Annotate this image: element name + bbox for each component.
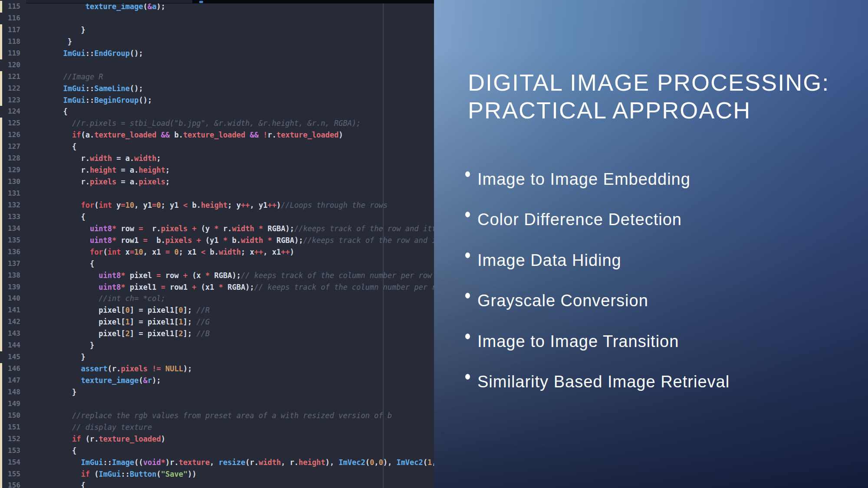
code-text: pixel[1] = pixel1[1]; //G <box>24 316 210 328</box>
code-text: ImGui::EndGroup(); <box>24 48 143 59</box>
code-text <box>24 13 54 24</box>
code-line-118[interactable]: 118 } <box>0 36 434 48</box>
line-number: 149 <box>2 398 24 410</box>
bullet-text: Image Data Hiding <box>477 251 621 269</box>
line-number: 127 <box>2 141 24 153</box>
code-line-149[interactable]: 149 <box>0 398 434 410</box>
bullet-icon <box>465 334 470 339</box>
code-line-142[interactable]: 142 pixel[1] = pixel1[1]; //G <box>0 316 434 328</box>
line-number: 148 <box>2 386 24 398</box>
code-line-119[interactable]: 119 ImGui::EndGroup(); <box>0 48 434 59</box>
code-text: //r.pixels = stbi_Load("b.jpg", &r.width… <box>24 118 361 129</box>
code-text: { <box>24 258 94 270</box>
code-line-116[interactable]: 116 <box>0 13 434 24</box>
code-line-152[interactable]: 152 if (r.texture_loaded) <box>0 433 434 445</box>
line-number: 119 <box>2 48 24 59</box>
line-number: 125 <box>2 118 24 129</box>
code-text: if (r.texture_loaded) <box>24 433 165 445</box>
code-line-151[interactable]: 151 // display texture <box>0 422 434 433</box>
line-number: 137 <box>2 258 24 270</box>
line-number: 131 <box>2 188 24 200</box>
code-text: } <box>24 24 85 36</box>
screen: 115 texture_image(&a);116117 }118 }119 I… <box>0 0 868 488</box>
code-line-145[interactable]: 145 } <box>0 351 434 363</box>
code-line-156[interactable]: 156 { <box>0 480 434 488</box>
bullet-item: Image to Image Transition <box>465 331 730 372</box>
line-number: 156 <box>2 480 24 488</box>
line-number: 117 <box>2 24 24 36</box>
code-text: uint8* pixel1 = row1 + (x1 * RGBA);// ke… <box>24 282 434 293</box>
code-line-133[interactable]: 133 { <box>0 211 434 223</box>
bullet-item: Similarity Based Image Retrieval <box>465 372 730 412</box>
line-number: 142 <box>2 316 24 328</box>
code-line-122[interactable]: 122 ImGui::SameLine(); <box>0 83 434 95</box>
code-text: //replace the rgb values from preset are… <box>24 410 392 422</box>
line-number: 129 <box>2 164 24 176</box>
line-number: 124 <box>2 106 24 118</box>
bullet-icon <box>465 212 470 217</box>
line-number: 132 <box>2 200 24 211</box>
code-text: r.height = a.height; <box>24 164 170 176</box>
code-line-134[interactable]: 134 uint8* row = r.pixels + (y * r.width… <box>0 223 434 235</box>
code-text: //int ch= *col; <box>24 293 165 305</box>
code-text: uint8* row1 = b.pixels + (y1 * b.width *… <box>24 235 434 246</box>
code-line-126[interactable]: 126 if(a.texture_loaded && b.texture_loa… <box>0 129 434 141</box>
code-line-121[interactable]: 121 //Image R <box>0 71 434 83</box>
code-line-135[interactable]: 135 uint8* row1 = b.pixels + (y1 * b.wid… <box>0 235 434 246</box>
code-line-141[interactable]: 141 pixel[0] = pixel1[0]; //R <box>0 305 434 316</box>
code-text: assert(r.pixels != NULL); <box>24 363 192 375</box>
code-line-137[interactable]: 137 { <box>0 258 434 270</box>
code-line-128[interactable]: 128 r.width = a.width; <box>0 153 434 164</box>
code-line-123[interactable]: 123 ImGui::BeginGroup(); <box>0 95 434 106</box>
line-number: 146 <box>2 363 24 375</box>
code-text: uint8* pixel = row + (x * RGBA);// keeps… <box>24 270 432 282</box>
line-number: 139 <box>2 282 24 293</box>
code-text: uint8* row = r.pixels + (y * r.width * R… <box>24 223 434 235</box>
top-bar-indicator-dot <box>199 1 203 3</box>
slide-title: DIGITAL IMAGE PROCESSING:PRACTICAL APPRO… <box>468 69 829 124</box>
code-text <box>24 59 54 71</box>
code-line-117[interactable]: 117 } <box>0 24 434 36</box>
line-number: 130 <box>2 176 24 188</box>
code-line-130[interactable]: 130 r.pixels = a.pixels; <box>0 176 434 188</box>
line-number: 120 <box>2 59 24 71</box>
line-number: 123 <box>2 95 24 106</box>
code-line-131[interactable]: 131 <box>0 188 434 200</box>
bullet-text: Image to Image Transition <box>477 332 679 350</box>
code-line-147[interactable]: 147 texture_image(&r); <box>0 375 434 386</box>
code-line-154[interactable]: 154 ImGui::Image((void*)r.texture, resiz… <box>0 457 434 468</box>
code-text <box>24 398 54 410</box>
line-number: 145 <box>2 351 24 363</box>
code-line-146[interactable]: 146 assert(r.pixels != NULL); <box>0 363 434 375</box>
line-number: 154 <box>2 457 24 468</box>
code-line-153[interactable]: 153 { <box>0 445 434 457</box>
code-text: { <box>24 480 85 488</box>
code-line-143[interactable]: 143 pixel[2] = pixel1[2]; //B <box>0 328 434 340</box>
code-line-155[interactable]: 155 if (ImGui::Button("Save")) <box>0 468 434 480</box>
code-text: { <box>24 141 76 153</box>
code-line-139[interactable]: 139 uint8* pixel1 = row1 + (x1 * RGBA);/… <box>0 282 434 293</box>
code-line-144[interactable]: 144 } <box>0 340 434 351</box>
code-line-148[interactable]: 148 } <box>0 386 434 398</box>
code-lines: 115 texture_image(&a);116117 }118 }119 I… <box>0 1 434 488</box>
code-line-140[interactable]: 140 //int ch= *col; <box>0 293 434 305</box>
bullet-item: Image Data Hiding <box>465 250 730 291</box>
code-line-129[interactable]: 129 r.height = a.height; <box>0 164 434 176</box>
code-line-125[interactable]: 125 //r.pixels = stbi_Load("b.jpg", &r.w… <box>0 118 434 129</box>
line-number: 140 <box>2 293 24 305</box>
slide-title-line: PRACTICAL APPROACH <box>468 96 829 124</box>
line-number: 147 <box>2 375 24 386</box>
code-line-138[interactable]: 138 uint8* pixel = row + (x * RGBA);// k… <box>0 270 434 282</box>
code-line-127[interactable]: 127 { <box>0 141 434 153</box>
bullet-icon <box>465 374 470 380</box>
code-editor-pane[interactable]: 115 texture_image(&a);116117 }118 }119 I… <box>0 0 434 488</box>
code-text: pixel[0] = pixel1[0]; //R <box>24 305 210 316</box>
code-line-136[interactable]: 136 for(int x=10, x1 = 0; x1 < b.width; … <box>0 246 434 258</box>
line-number: 122 <box>2 83 24 95</box>
line-number: 134 <box>2 223 24 235</box>
code-line-150[interactable]: 150 //replace the rgb values from preset… <box>0 410 434 422</box>
code-line-132[interactable]: 132 for(int y=10, y1=0; y1 < b.height; y… <box>0 200 434 211</box>
code-line-120[interactable]: 120 <box>0 59 434 71</box>
code-text: { <box>24 445 76 457</box>
code-line-124[interactable]: 124 { <box>0 106 434 118</box>
